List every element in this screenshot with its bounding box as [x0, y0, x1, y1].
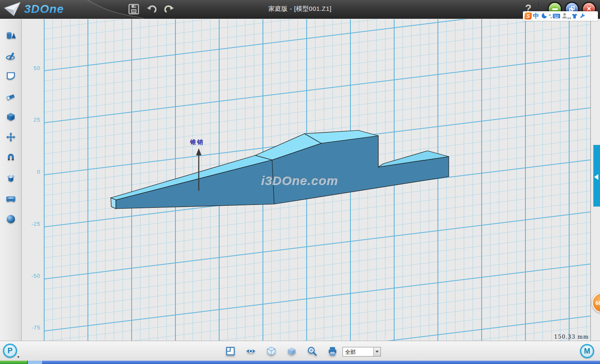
filter-dropdown-value: 全部 [343, 347, 373, 356]
ime-toolbar: S 中 °, 14 [523, 11, 598, 21]
right-panel-strip: 68 [590, 19, 600, 341]
status-toolbar: P ▼ [0, 341, 600, 361]
skin-tshirt-icon[interactable] [571, 13, 578, 20]
panel-collapse-tab[interactable] [593, 145, 600, 207]
sketch-icon [5, 50, 16, 61]
sidebar-tool-combine[interactable] [0, 168, 22, 188]
chinese-mode-icon[interactable]: 中 [533, 12, 539, 20]
minimize-icon [552, 8, 558, 10]
community-badge[interactable]: 68 [592, 293, 600, 313]
mode-button[interactable]: M [580, 344, 594, 358]
profile-caret-icon[interactable]: ▼ [17, 355, 20, 359]
shaded-view-button[interactable] [281, 343, 302, 359]
keyboard-icon[interactable] [552, 13, 560, 19]
punctuation-icon[interactable]: °, [549, 13, 551, 19]
sogou-logo-icon[interactable]: S [524, 12, 532, 20]
view-tools [220, 343, 342, 359]
collapse-left-icon [594, 174, 598, 180]
plane-corner-icon [225, 346, 235, 356]
filter-dropdown[interactable]: 全部 [342, 347, 381, 357]
print-button[interactable] [322, 343, 342, 359]
wrench-icon[interactable] [579, 13, 585, 19]
taskbar-blue-segment[interactable] [42, 361, 600, 364]
eye-icon [245, 346, 256, 356]
sidebar-tool-feature[interactable] [0, 107, 22, 127]
material-sphere-icon [5, 214, 16, 224]
shaded-cube-icon [287, 346, 297, 356]
view-plane-button[interactable] [220, 343, 240, 359]
sidebar-tool-move[interactable] [0, 127, 22, 147]
badge-count: 68 [595, 300, 600, 306]
zoom-button[interactable] [302, 343, 322, 359]
profile-button[interactable]: P [3, 344, 17, 358]
sidebar-tool-material[interactable] [0, 209, 22, 229]
titlebar: 3DOne 家庭版 - [模型001.Z1] ? × [0, 0, 600, 19]
surface-icon [5, 71, 16, 82]
user-icon [562, 12, 568, 19]
user-count[interactable]: 14 [562, 12, 570, 20]
feature-cube-icon [5, 112, 16, 122]
zoom-cube-icon [307, 346, 317, 356]
tool-sidebar [0, 19, 22, 341]
os-taskbar-edge [0, 361, 600, 364]
wireframe-view-button[interactable] [261, 343, 281, 359]
taskbar-start-segment[interactable] [0, 361, 28, 364]
user-count-number: 14 [567, 16, 571, 20]
primitives-icon [5, 30, 16, 41]
drawer-icon [5, 193, 16, 204]
sidebar-tool-surface[interactable] [0, 66, 22, 86]
window-title: 家庭版 - [模型001.Z1] [0, 5, 600, 13]
sidebar-tool-primitives[interactable] [0, 25, 22, 45]
sidebar-tool-library[interactable] [0, 188, 22, 209]
move-icon [5, 132, 16, 143]
visibility-button[interactable] [240, 343, 261, 359]
scale-readout: 150.33 mm [554, 334, 589, 340]
watermark: i3DOne.com [237, 173, 362, 187]
print-icon [328, 346, 338, 356]
3done-window: 3DOne 家庭版 - [模型001.Z1] ? × [0, 0, 600, 364]
magnet-icon [5, 152, 16, 163]
sidebar-tool-sketch[interactable] [0, 45, 22, 66]
taskbar-light-segment[interactable] [28, 361, 42, 364]
dropdown-arrow-icon[interactable] [373, 347, 380, 356]
model-annotation-label: 锥销 [190, 139, 204, 146]
moon-icon[interactable] [540, 12, 548, 20]
sidebar-tool-constraint[interactable] [0, 147, 22, 168]
viewport[interactable]: 50 25 0 -25 -50 -75 锥销 i3DOne.com 150 [22, 19, 590, 341]
combine-icon [5, 173, 16, 184]
eraser-icon [5, 91, 16, 102]
sidebar-tool-eraser[interactable] [0, 86, 22, 107]
wireframe-cube-icon [266, 346, 276, 356]
